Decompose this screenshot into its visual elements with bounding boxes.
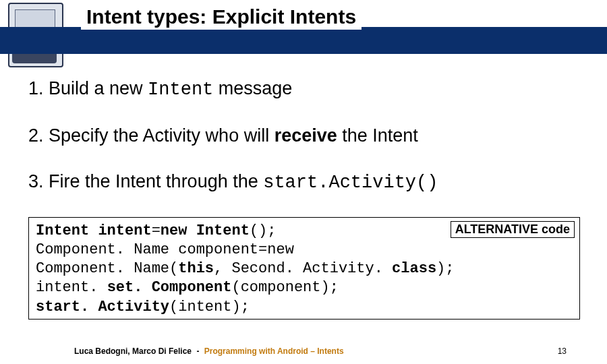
code-line-3: Component. Name(this, Second. Activity. …	[36, 260, 573, 278]
step2-pre: 2. Specify the Activity who will	[28, 125, 274, 146]
step3-mono: start.Activity()	[263, 173, 438, 193]
step1-post: message	[213, 78, 292, 98]
step2-bold: receive	[274, 125, 337, 146]
footer-topic: Programming with Android – Intents	[204, 346, 344, 356]
code-l1d: ();	[250, 222, 277, 239]
step1-pre: 1. Build a new	[28, 78, 148, 98]
code-l4c: (component);	[231, 279, 338, 296]
code-l3b: this	[178, 260, 214, 277]
code-l5a: start. Activity	[36, 299, 169, 315]
code-line-5: start. Activity(intent);	[36, 298, 573, 317]
code-l1a: Intent intent	[36, 222, 152, 239]
code-l4a: intent.	[36, 279, 107, 296]
slide: Intent types: Explicit Intents 1. Build …	[0, 0, 607, 364]
title-bar	[0, 27, 607, 54]
step-2: 2. Specify the Activity who will receive…	[28, 125, 581, 148]
code-l3e: );	[436, 260, 454, 277]
title-pre: Intent	[86, 5, 147, 28]
page-number: 13	[558, 346, 567, 356]
step3-pre: 3. Fire the Intent through the	[28, 171, 263, 191]
code-l1c: new Intent	[161, 222, 250, 239]
title-emph: types:	[147, 5, 206, 28]
footer-left: Luca Bedogni, Marco Di Felice - Programm…	[74, 346, 344, 356]
slide-title: Intent types: Explicit Intents	[81, 4, 362, 30]
code-l3a: Component. Name(	[36, 260, 178, 277]
code-l1b: =	[152, 222, 161, 239]
code-line-2: Component. Name component=new	[36, 241, 573, 260]
footer-dash: -	[194, 346, 202, 356]
title-post: Explicit Intents	[206, 5, 356, 28]
code-l3c: , Second. Activity.	[214, 260, 392, 277]
code-l3d: class	[392, 260, 436, 277]
step1-mono: Intent	[148, 80, 213, 100]
code-line-4: intent. set. Component(component);	[36, 278, 573, 297]
code-l5b: (intent);	[169, 299, 250, 315]
step-1: 1. Build a new Intent message	[28, 78, 581, 102]
code-l2: Component. Name component=new	[36, 241, 294, 258]
step-3: 3. Fire the Intent through the start.Act…	[28, 171, 581, 195]
step2-post: the Intent	[337, 125, 418, 146]
content-area: 1. Build a new Intent message 2. Specify…	[28, 78, 581, 217]
footer-authors: Luca Bedogni, Marco Di Felice	[74, 346, 192, 356]
alternative-code-label: ALTERNATIVE code	[451, 221, 575, 238]
code-l4b: set. Component	[107, 279, 232, 296]
